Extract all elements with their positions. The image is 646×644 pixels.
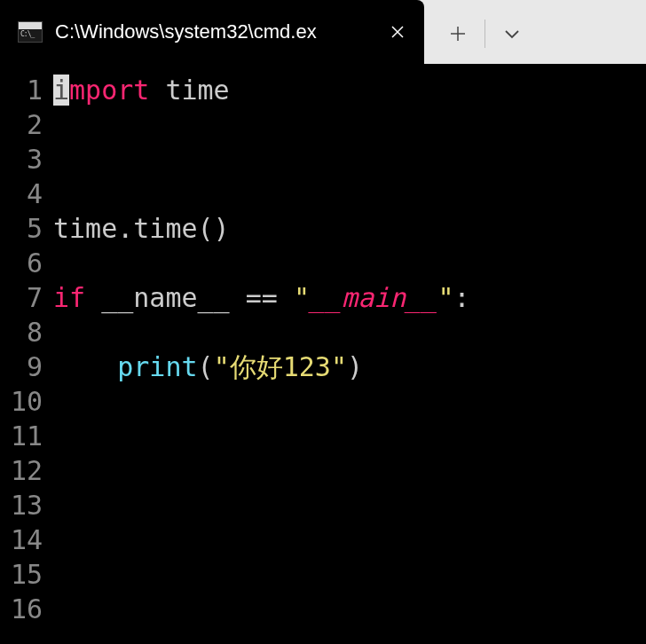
code-line: import time <box>53 73 646 107</box>
line-number: 8 <box>0 315 43 349</box>
line-number: 1 <box>0 73 43 107</box>
code-area[interactable]: import timetime.time()if __name__ == "__… <box>53 73 646 644</box>
tab-actions <box>424 4 539 64</box>
line-number: 6 <box>0 246 43 280</box>
code-line: time.time() <box>53 211 646 246</box>
cmd-icon <box>18 21 43 43</box>
line-number: 3 <box>0 142 43 177</box>
cursor: i <box>53 75 69 106</box>
code-line <box>53 107 646 142</box>
module-token: time <box>165 75 229 106</box>
string-token: __main__ <box>310 282 438 313</box>
line-number: 2 <box>0 107 43 142</box>
dunder-token: __name__ <box>101 282 230 313</box>
code-line <box>53 384 646 419</box>
line-gutter: 1 2 3 4 5 6 7 8 9 10 11 12 13 14 15 16 <box>0 73 53 644</box>
code-line <box>53 177 646 211</box>
string-token: 你好123 <box>230 351 331 382</box>
code-line <box>53 246 646 280</box>
tab-title: C:\Windows\system32\cmd.ex <box>55 20 373 43</box>
code-line <box>53 315 646 349</box>
line-number: 7 <box>0 280 43 315</box>
code-line <box>53 592 646 626</box>
code-line: print("你好123") <box>53 349 646 384</box>
line-number: 15 <box>0 557 43 592</box>
code-line <box>53 419 646 453</box>
new-tab-button[interactable] <box>431 7 484 60</box>
line-number: 10 <box>0 384 43 419</box>
active-tab[interactable]: C:\Windows\system32\cmd.ex <box>0 0 424 64</box>
builtin-token: print <box>117 351 197 382</box>
line-number: 5 <box>0 211 43 246</box>
keyword-token: if <box>53 282 85 313</box>
code-line <box>53 453 646 488</box>
code-line <box>53 142 646 177</box>
line-number: 4 <box>0 177 43 211</box>
keyword-token: mport <box>69 75 149 106</box>
code-line: if __name__ == "__main__": <box>53 280 646 315</box>
line-number: 16 <box>0 592 43 626</box>
identifier-token: time <box>53 213 117 244</box>
tab-dropdown-button[interactable] <box>485 7 539 60</box>
line-number: 11 <box>0 419 43 453</box>
identifier-token: time <box>133 213 197 244</box>
editor[interactable]: 1 2 3 4 5 6 7 8 9 10 11 12 13 14 15 16 i… <box>0 64 646 644</box>
close-tab-button[interactable] <box>385 20 410 44</box>
code-line <box>53 488 646 522</box>
line-number: 14 <box>0 522 43 557</box>
operator-token: == <box>246 282 278 313</box>
line-number: 12 <box>0 453 43 488</box>
code-line <box>53 557 646 592</box>
line-number: 9 <box>0 349 43 384</box>
line-number: 13 <box>0 488 43 522</box>
code-line <box>53 522 646 557</box>
tab-bar: C:\Windows\system32\cmd.ex <box>0 0 646 64</box>
